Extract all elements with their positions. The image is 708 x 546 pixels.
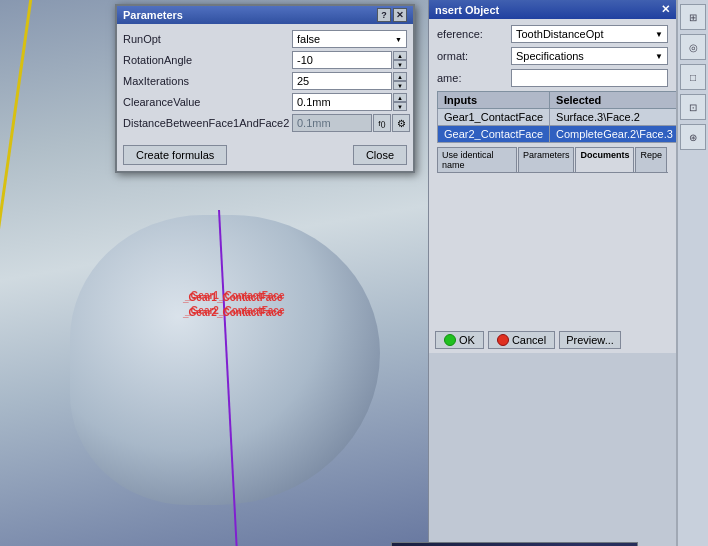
maxiterations-down-button[interactable]: ▼ bbox=[393, 81, 407, 90]
toolbar-icon-2[interactable]: ◎ bbox=[680, 34, 706, 60]
inputs-table: Inputs Selected Gear1_ContactFace Surfac… bbox=[437, 91, 680, 143]
tab-documents[interactable]: Documents bbox=[575, 147, 634, 172]
tab-repe[interactable]: Repe bbox=[635, 147, 667, 172]
distancebetween-browse-button[interactable]: ⚙ bbox=[392, 114, 410, 132]
runopt-row: RunOpt false ▼ bbox=[123, 30, 407, 48]
distancebetween-value: 0.1mm bbox=[292, 114, 372, 132]
insert-object-title: nsert Object bbox=[435, 4, 499, 16]
clearancevalue-up-button[interactable]: ▲ bbox=[393, 93, 407, 102]
runopt-label: RunOpt bbox=[123, 33, 288, 45]
maxiterations-input-wrap: ▲ ▼ bbox=[292, 72, 407, 90]
distancebetween-formula-button[interactable]: f() bbox=[373, 114, 391, 132]
name-label: ame: bbox=[437, 72, 507, 84]
reference-value: ToothDistanceOpt bbox=[516, 28, 603, 40]
toolbar-icon-1[interactable]: ⊞ bbox=[680, 4, 706, 30]
selected-col-header: Selected bbox=[550, 92, 680, 109]
preview-3d-area: _Gear1_ContactFace _Gear2_ContactFace ↗ bbox=[391, 542, 638, 546]
toolbar-right: ⊞ ◎ □ ⊡ ⊛ bbox=[676, 0, 708, 546]
clearancevalue-label: ClearanceValue bbox=[123, 96, 288, 108]
format-arrow-icon: ▼ bbox=[655, 52, 663, 61]
format-label: ormat: bbox=[437, 50, 507, 62]
toolbar-icon-4[interactable]: ⊡ bbox=[680, 94, 706, 120]
cancel-button[interactable]: Cancel bbox=[488, 331, 555, 349]
maxiterations-up-button[interactable]: ▲ bbox=[393, 72, 407, 81]
insert-object-dialog: nsert Object ✕ eference: ToothDistanceOp… bbox=[429, 0, 676, 353]
cancel-label: Cancel bbox=[512, 334, 546, 346]
reference-dropdown[interactable]: ToothDistanceOpt ▼ bbox=[511, 25, 668, 43]
params-close-dialog-button[interactable]: Close bbox=[353, 145, 407, 165]
params-help-button[interactable]: ? bbox=[377, 8, 391, 22]
right-panel: nsert Object ✕ eference: ToothDistanceOp… bbox=[428, 0, 676, 546]
preview-label: Preview... bbox=[566, 334, 614, 346]
gear1-selected-cell: Surface.3\Face.2 bbox=[550, 109, 680, 126]
gear2-input-cell: Gear2_ContactFace bbox=[438, 126, 550, 143]
cancel-circle-icon bbox=[497, 334, 509, 346]
dialog-buttons-row: OK Cancel Preview... bbox=[429, 327, 676, 353]
runopt-value: false bbox=[297, 33, 320, 45]
clearancevalue-spinner: ▲ ▼ bbox=[393, 93, 407, 111]
rotationangle-row: RotationAngle ▲ ▼ bbox=[123, 51, 407, 69]
ok-circle-icon bbox=[444, 334, 456, 346]
gear1-input-cell: Gear1_ContactFace bbox=[438, 109, 550, 126]
tab-bar: Use identical name Parameters Documents … bbox=[437, 147, 668, 173]
gear2-selected-cell: CompleteGear.2\Face.3 bbox=[550, 126, 680, 143]
rotationangle-input-wrap: ▲ ▼ bbox=[292, 51, 407, 69]
maxiterations-row: MaxIterations ▲ ▼ bbox=[123, 72, 407, 90]
params-body: RunOpt false ▼ RotationAngle ▲ ▼ bbox=[117, 24, 413, 141]
distancebetween-row: DistanceBetweenFace1AndFace2 0.1mm f() ⚙ bbox=[123, 114, 407, 132]
maxiterations-input[interactable] bbox=[292, 72, 392, 90]
insert-object-body: eference: ToothDistanceOpt ▼ ormat: Spec… bbox=[429, 19, 676, 187]
maxiterations-spinner: ▲ ▼ bbox=[393, 72, 407, 90]
runopt-dropdown[interactable]: false ▼ bbox=[292, 30, 407, 48]
tab-parameters[interactable]: Parameters bbox=[518, 147, 575, 172]
distancebetween-label: DistanceBetweenFace1AndFace2 bbox=[123, 117, 288, 129]
format-row: ormat: Specifications ▼ bbox=[437, 47, 668, 65]
toolbar-icon-3[interactable]: □ bbox=[680, 64, 706, 90]
tab-use-identical-name[interactable]: Use identical name bbox=[437, 147, 517, 172]
clearancevalue-down-button[interactable]: ▼ bbox=[393, 102, 407, 111]
params-title-buttons: ? ✕ bbox=[377, 8, 407, 22]
params-close-button[interactable]: ✕ bbox=[393, 8, 407, 22]
params-footer: Create formulas Close bbox=[117, 141, 413, 171]
preview-button[interactable]: Preview... bbox=[559, 331, 621, 349]
clearancevalue-row: ClearanceValue ▲ ▼ bbox=[123, 93, 407, 111]
rotationangle-spinner: ▲ ▼ bbox=[393, 51, 407, 69]
table-row[interactable]: Gear1_ContactFace Surface.3\Face.2 bbox=[438, 109, 680, 126]
rotationangle-down-button[interactable]: ▼ bbox=[393, 60, 407, 69]
distancebetween-input-wrap: 0.1mm f() ⚙ bbox=[292, 114, 410, 132]
reference-label: eference: bbox=[437, 28, 507, 40]
ok-label: OK bbox=[459, 334, 475, 346]
clearancevalue-input[interactable] bbox=[292, 93, 392, 111]
main-viewport: _Gear1_ContactFace _Gear2_ContactFace ns… bbox=[0, 0, 708, 546]
rotationangle-up-button[interactable]: ▲ bbox=[393, 51, 407, 60]
maxiterations-label: MaxIterations bbox=[123, 75, 288, 87]
rotationangle-input[interactable] bbox=[292, 51, 392, 69]
create-formulas-button[interactable]: Create formulas bbox=[123, 145, 227, 165]
name-row: ame: bbox=[437, 69, 668, 87]
params-titlebar: Parameters ? ✕ bbox=[117, 6, 413, 24]
reference-row: eference: ToothDistanceOpt ▼ bbox=[437, 25, 668, 43]
tab-content-area bbox=[437, 173, 668, 181]
ok-button[interactable]: OK bbox=[435, 331, 484, 349]
parameters-dialog: Parameters ? ✕ RunOpt false ▼ RotationAn… bbox=[115, 4, 415, 173]
format-dropdown[interactable]: Specifications ▼ bbox=[511, 47, 668, 65]
toolbar-icon-5[interactable]: ⊛ bbox=[680, 124, 706, 150]
params-close-label: Close bbox=[366, 149, 394, 161]
inputs-col-header: Inputs bbox=[438, 92, 550, 109]
create-formulas-label: Create formulas bbox=[136, 149, 214, 161]
rotationangle-label: RotationAngle bbox=[123, 54, 288, 66]
yellow-line bbox=[0, 0, 35, 546]
reference-arrow-icon: ▼ bbox=[655, 30, 663, 39]
format-value: Specifications bbox=[516, 50, 584, 62]
runopt-input-wrap: false ▼ bbox=[292, 30, 407, 48]
insert-object-close[interactable]: ✕ bbox=[661, 3, 670, 16]
clearancevalue-input-wrap: ▲ ▼ bbox=[292, 93, 407, 111]
name-input[interactable] bbox=[511, 69, 668, 87]
runopt-arrow-icon: ▼ bbox=[395, 36, 402, 43]
insert-object-titlebar: nsert Object ✕ bbox=[429, 0, 676, 19]
table-row[interactable]: Gear2_ContactFace CompleteGear.2\Face.3 bbox=[438, 126, 680, 143]
params-title: Parameters bbox=[123, 9, 183, 21]
